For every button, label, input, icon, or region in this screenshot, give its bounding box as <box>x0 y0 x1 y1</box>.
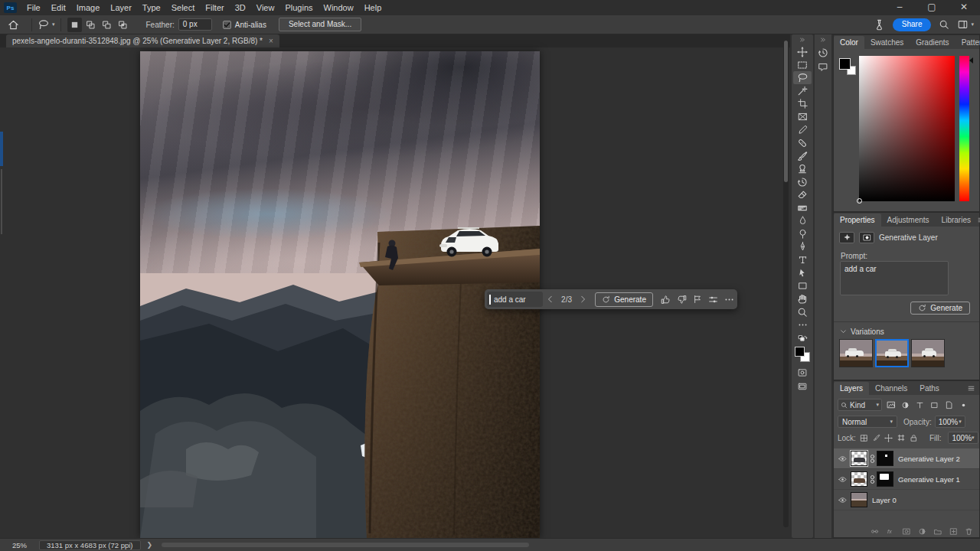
tab-gradients[interactable]: Gradients <box>910 36 955 49</box>
tab-color[interactable]: Color <box>834 36 864 49</box>
visibility-eye-icon[interactable] <box>834 455 851 463</box>
lock-pixels-icon[interactable] <box>872 433 880 443</box>
menu-layer[interactable]: Layer <box>105 0 137 15</box>
zoom-level-value[interactable]: 25% <box>12 541 27 549</box>
lasso-tool-preset[interactable]: ▾ <box>38 18 55 31</box>
filter-adjustment-layers-icon[interactable] <box>900 399 911 411</box>
color-field-marker[interactable] <box>857 198 862 204</box>
hue-slider[interactable] <box>959 56 969 201</box>
hue-slider-marker[interactable] <box>969 57 973 64</box>
new-group-icon[interactable] <box>933 527 942 536</box>
menu-select[interactable]: Select <box>166 0 201 15</box>
tab-patterns[interactable]: Patterns <box>956 36 980 49</box>
foreground-color-swatch[interactable] <box>795 347 805 357</box>
blend-mode-dropdown[interactable]: Normal▾ <box>838 416 897 428</box>
gradient-tool[interactable] <box>793 201 812 214</box>
canvas-image[interactable]: add a car 2/3 Generate <box>140 51 540 538</box>
panel-menu-icon[interactable] <box>977 217 980 223</box>
history-panel-icon[interactable] <box>815 47 831 59</box>
pen-tool[interactable] <box>793 240 812 253</box>
comments-panel-icon[interactable] <box>815 60 831 73</box>
menu-image[interactable]: Image <box>71 0 106 15</box>
menu-filter[interactable]: Filter <box>200 0 229 15</box>
thumbs-up-icon[interactable] <box>658 291 674 308</box>
home-icon[interactable] <box>0 19 26 31</box>
collapse-toolbar-icon[interactable] <box>792 34 813 45</box>
default-colors-icon[interactable] <box>794 333 811 345</box>
history-brush-tool[interactable] <box>793 175 812 188</box>
layer-name[interactable]: Generative Layer 1 <box>898 475 960 484</box>
link-layers-icon[interactable] <box>871 527 879 536</box>
visibility-eye-icon[interactable] <box>834 496 851 504</box>
tab-close-icon[interactable]: × <box>269 37 273 45</box>
tab-channels[interactable]: Channels <box>869 382 913 395</box>
dodge-tool[interactable] <box>793 227 812 240</box>
marquee-tool[interactable] <box>793 58 812 71</box>
filter-pixel-layers-icon[interactable] <box>885 399 897 411</box>
brush-tool[interactable] <box>793 149 812 162</box>
layer-row-layer-0[interactable]: Layer 0 <box>834 490 979 510</box>
lasso-tool[interactable] <box>793 71 812 84</box>
vertical-scrollbar[interactable] <box>783 41 789 527</box>
rectangle-tool[interactable] <box>793 279 812 292</box>
hand-tool[interactable] <box>793 292 812 305</box>
new-layer-icon[interactable] <box>949 527 958 536</box>
lock-position-icon[interactable] <box>884 433 893 443</box>
menu-3d[interactable]: 3D <box>230 0 251 15</box>
tab-adjustments[interactable]: Adjustments <box>881 214 936 227</box>
opacity-input[interactable]: 100%▾ <box>935 416 965 428</box>
blur-tool[interactable] <box>793 214 812 227</box>
layer-thumbnail[interactable] <box>851 451 867 466</box>
menu-view[interactable]: View <box>251 0 280 15</box>
beaker-icon[interactable] <box>874 19 885 31</box>
new-adjustment-layer-icon[interactable] <box>918 527 926 536</box>
zoom-tool[interactable] <box>793 305 812 318</box>
next-variation-button[interactable] <box>574 291 590 308</box>
add-to-selection-mode-button[interactable] <box>83 18 98 32</box>
maximize-button[interactable]: ▢ <box>916 0 948 15</box>
status-menu-chevron-icon[interactable]: ❯ <box>147 541 153 549</box>
delete-layer-icon[interactable] <box>965 527 973 536</box>
saturation-brightness-field[interactable] <box>859 56 955 201</box>
layer-name[interactable]: Layer 0 <box>872 496 897 504</box>
tab-properties[interactable]: Properties <box>834 214 881 227</box>
new-selection-mode-button[interactable] <box>67 18 82 32</box>
fill-input[interactable]: 100%▾ <box>948 432 978 444</box>
select-and-mask-button[interactable]: Select and Mask... <box>279 18 361 31</box>
type-tool[interactable] <box>793 253 812 266</box>
menu-help[interactable]: Help <box>359 0 387 15</box>
magic-wand-tool[interactable] <box>793 84 812 97</box>
path-selection-tool[interactable] <box>793 266 812 279</box>
layer-name[interactable]: Generative Layer 2 <box>898 455 960 463</box>
lock-all-icon[interactable] <box>910 433 918 443</box>
generate-button[interactable]: Generate <box>910 302 970 315</box>
scrollbar-thumb[interactable] <box>784 41 788 182</box>
screen-mode-icon[interactable] <box>794 380 811 393</box>
add-mask-icon[interactable] <box>902 527 911 536</box>
tab-paths[interactable]: Paths <box>913 382 946 395</box>
move-tool[interactable] <box>793 45 812 58</box>
variations-section-header[interactable]: Variations <box>840 328 884 336</box>
close-button[interactable]: ✕ <box>948 0 980 15</box>
menu-plugins[interactable]: Plugins <box>279 0 318 15</box>
lock-artboard-icon[interactable] <box>897 433 906 443</box>
report-flag-icon[interactable] <box>690 291 706 308</box>
menu-file[interactable]: File <box>21 0 46 15</box>
feather-input[interactable]: 0 px <box>178 18 212 31</box>
thumbs-down-icon[interactable] <box>674 291 690 308</box>
layer-thumbnail[interactable] <box>851 492 867 507</box>
layer-thumbnail[interactable] <box>851 471 867 487</box>
tab-libraries[interactable]: Libraries <box>936 214 977 227</box>
tab-layers[interactable]: Layers <box>834 382 869 395</box>
intersect-selection-mode-button[interactable] <box>116 18 130 32</box>
panel-menu-icon[interactable] <box>967 385 975 392</box>
healing-brush-tool[interactable] <box>793 136 812 149</box>
visibility-eye-icon[interactable] <box>834 475 851 484</box>
tab-swatches[interactable]: Swatches <box>864 36 910 49</box>
filter-smart-objects-icon[interactable] <box>943 399 955 411</box>
prompt-input[interactable]: add a car <box>487 292 543 307</box>
search-icon[interactable] <box>939 19 949 30</box>
share-button[interactable]: Share <box>893 18 932 31</box>
subtract-from-selection-mode-button[interactable] <box>100 18 114 32</box>
filter-type-layers-icon[interactable] <box>914 399 926 411</box>
